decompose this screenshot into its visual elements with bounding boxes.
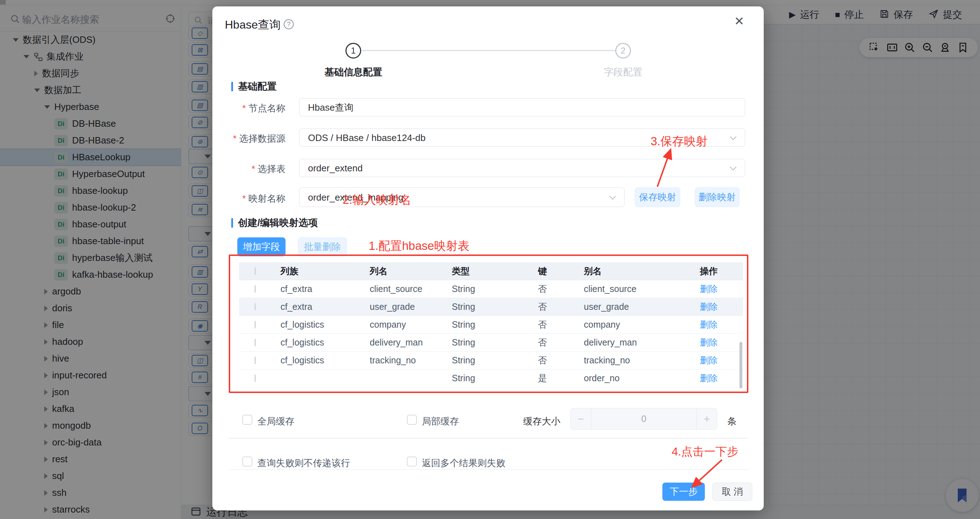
node-name-input[interactable]: Hbase查询 [299,98,745,116]
col-header-type: 类型 [442,265,510,277]
table-select-label: 选择表 [251,163,285,175]
footer-divider [229,470,748,470]
chevron-down-icon [609,193,616,199]
stepper-plus-button[interactable]: + [696,408,717,430]
global-cache-checkbox[interactable] [242,415,252,425]
annotation-3: 3.保存映射 [651,134,708,150]
delete-row-link[interactable]: 删除 [700,319,718,331]
cell-alias: delivery_man [574,338,675,348]
delete-row-link[interactable]: 删除 [700,355,718,366]
table-select[interactable]: order_extend [299,159,745,177]
cell-alias: user_grade [574,302,675,312]
delete-row-link[interactable]: 删除 [700,337,718,349]
datasource-label: 选择数据源 [233,132,285,145]
table-row: cf_extra user_grade String 否 user_grade … [239,298,743,316]
step-2-label: 字段配置 [604,66,643,78]
col-header-column: 列名 [360,265,442,277]
cell-type: String [442,284,510,294]
col-header-family: 列族 [271,265,360,277]
dotted-divider [229,438,748,439]
fail-no-pass-checkbox[interactable] [242,457,252,466]
cell-key: 否 [538,355,547,366]
cache-size-label: 缓存大小 [523,415,560,428]
col-header-key: 键 [538,265,547,277]
basic-section-header: 基础配置 [231,80,277,93]
cell-type: String [442,320,510,330]
save-mapping-button[interactable]: 保存映射 [635,188,680,207]
cell-family: cf_extra [271,284,360,294]
cell-family: cf_logistics [271,320,360,330]
cell-key: 否 [538,337,547,349]
delete-mapping-button[interactable]: 删除映射 [695,188,740,207]
cancel-button[interactable]: 取 消 [712,482,752,501]
annotation-1: 1.配置hbase映射表 [369,238,469,254]
row-checkbox[interactable] [255,304,256,310]
close-icon[interactable]: ✕ [734,15,745,27]
cache-size-stepper[interactable]: − 0 + [570,408,718,430]
add-field-button[interactable]: 增加字段 [237,237,285,256]
annotation-4: 4.点击一下步 [671,444,738,460]
app-root: 输入作业名称搜索 数据引入层(ODS) 集成作业 [0,0,980,519]
delete-row-link[interactable]: 删除 [700,283,718,295]
mapping-name-label: 映射名称 [242,193,285,205]
delete-row-link[interactable]: 删除 [700,301,718,313]
dialog-title: Hbase查询 [225,17,281,33]
step-2-circle: 2 [615,43,631,59]
mapping-table: 列族 列名 类型 键 别名 操作 cf_extra client_source … [239,263,743,387]
table-row: cf_extra client_source String 否 client_s… [239,280,743,298]
cell-column: user_grade [360,302,442,312]
stepper-connector [362,50,615,51]
cell-family: cf_extra [271,302,360,312]
row-checkbox[interactable] [255,357,256,364]
row-checkbox[interactable] [255,339,256,346]
select-all-checkbox[interactable] [255,268,256,274]
table-scrollbar[interactable] [740,342,742,388]
table-row: cf_logistics tracking_no String 否 tracki… [239,352,743,369]
cell-type: String [442,355,510,366]
multi-result-fail-checkbox[interactable] [407,457,417,466]
next-step-button[interactable]: 下一步 [662,482,705,501]
cell-alias: tracking_no [574,355,675,366]
table-row: cf_logistics delivery_man String 否 deliv… [239,334,743,352]
table-row: String 是 order_no 删除 [239,369,743,387]
col-header-action: 操作 [700,265,718,277]
hbase-query-dialog: Hbase查询 ? ✕ 1 2 基础信息配置 字段配置 基础配置 节点名称 Hb… [212,6,764,510]
stepper-minus-button[interactable]: − [571,408,591,430]
local-cache-checkbox[interactable] [407,415,417,425]
fail-no-pass-label: 查询失败则不传递该行 [257,457,350,470]
annotation-2: 2.输入映射名 [343,192,412,208]
cell-alias: company [574,320,675,330]
batch-delete-button[interactable]: 批量删除 [298,237,347,256]
multi-result-fail-label: 返回多个结果则失败 [422,457,505,470]
node-name-label: 节点名称 [242,102,285,115]
step-1-label: 基础信息配置 [325,66,382,78]
section-accent-bar [231,218,233,228]
step-1-circle: 1 [345,43,361,59]
cell-key: 是 [538,372,547,384]
row-checkbox[interactable] [255,286,256,292]
table-header-row: 列族 列名 类型 键 别名 操作 [239,263,743,280]
delete-row-link[interactable]: 删除 [700,372,718,384]
section-accent-bar [231,82,233,91]
cell-family: cf_logistics [271,355,360,366]
help-icon[interactable]: ? [284,19,294,29]
cell-column: tracking_no [360,355,442,366]
row-checkbox[interactable] [255,322,256,328]
global-cache-label: 全局缓存 [257,415,294,428]
row-checkbox[interactable] [255,375,256,382]
cell-column: delivery_man [360,338,442,348]
cell-key: 否 [538,319,547,331]
cell-key: 否 [538,301,547,313]
cell-column: company [360,320,442,330]
mapping-section-header: 创建/编辑映射选项 [231,216,318,229]
cell-type: String [442,373,510,384]
cell-key: 否 [538,283,547,295]
cell-alias: order_no [574,373,675,384]
cell-type: String [442,302,510,312]
table-body: cf_extra client_source String 否 client_s… [239,280,743,387]
cache-unit-label: 条 [727,415,737,428]
local-cache-label: 局部缓存 [422,415,459,428]
table-row: cf_logistics company String 否 company 删除 [239,316,743,334]
cell-alias: client_source [574,284,675,294]
chevron-down-icon [730,164,736,170]
